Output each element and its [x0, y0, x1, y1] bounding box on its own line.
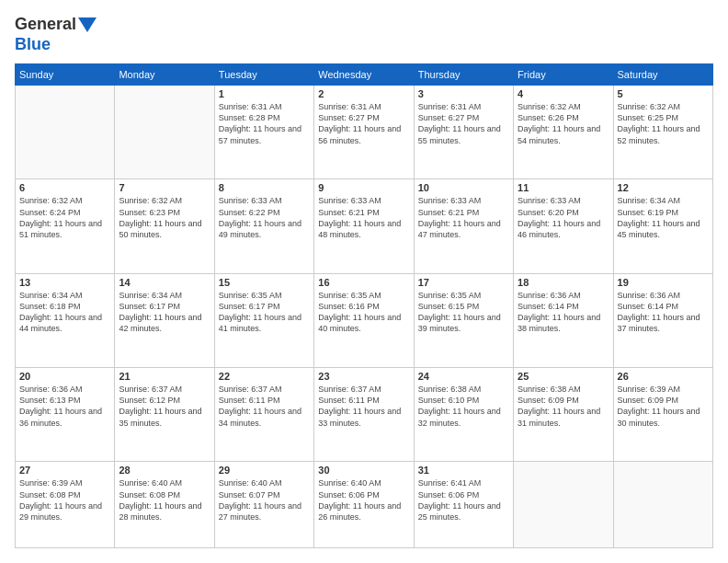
day-number: 27 — [19, 465, 110, 476]
calendar-cell: 6Sunrise: 6:32 AM Sunset: 6:24 PM Daylig… — [16, 179, 115, 273]
day-info: Sunrise: 6:31 AM Sunset: 6:27 PM Dayligh… — [418, 101, 509, 146]
day-info: Sunrise: 6:33 AM Sunset: 6:22 PM Dayligh… — [219, 195, 310, 240]
day-info: Sunrise: 6:32 AM Sunset: 6:23 PM Dayligh… — [119, 195, 210, 240]
day-of-week-header: Monday — [115, 64, 214, 86]
day-number: 23 — [318, 371, 409, 382]
calendar-week-row: 1Sunrise: 6:31 AM Sunset: 6:28 PM Daylig… — [16, 86, 713, 179]
day-info: Sunrise: 6:40 AM Sunset: 6:07 PM Dayligh… — [219, 477, 310, 523]
calendar-table: SundayMondayTuesdayWednesdayThursdayFrid… — [15, 63, 713, 548]
day-number: 5 — [618, 88, 709, 99]
day-of-week-header: Thursday — [414, 64, 513, 86]
day-number: 8 — [219, 182, 310, 193]
day-info: Sunrise: 6:39 AM Sunset: 6:08 PM Dayligh… — [19, 477, 110, 523]
calendar-cell — [514, 462, 613, 548]
day-info: Sunrise: 6:40 AM Sunset: 6:08 PM Dayligh… — [119, 477, 210, 523]
day-number: 4 — [518, 88, 609, 99]
day-info: Sunrise: 6:38 AM Sunset: 6:09 PM Dayligh… — [518, 384, 609, 429]
calendar-cell: 30Sunrise: 6:40 AM Sunset: 6:06 PM Dayli… — [314, 462, 414, 548]
day-number: 29 — [219, 465, 310, 476]
logo: General Blue — [15, 15, 97, 54]
day-number: 26 — [618, 371, 709, 382]
day-of-week-header: Wednesday — [314, 64, 414, 86]
day-info: Sunrise: 6:37 AM Sunset: 6:11 PM Dayligh… — [318, 384, 409, 429]
calendar-cell: 11Sunrise: 6:33 AM Sunset: 6:20 PM Dayli… — [514, 179, 613, 273]
calendar-cell: 10Sunrise: 6:33 AM Sunset: 6:21 PM Dayli… — [414, 179, 513, 273]
day-number: 10 — [418, 182, 509, 193]
day-info: Sunrise: 6:35 AM Sunset: 6:15 PM Dayligh… — [418, 290, 509, 335]
day-number: 24 — [418, 371, 509, 382]
day-info: Sunrise: 6:37 AM Sunset: 6:12 PM Dayligh… — [119, 384, 210, 429]
calendar-cell: 26Sunrise: 6:39 AM Sunset: 6:09 PM Dayli… — [613, 368, 712, 462]
calendar-cell: 20Sunrise: 6:36 AM Sunset: 6:13 PM Dayli… — [16, 368, 115, 462]
day-of-week-header: Friday — [514, 64, 613, 86]
calendar-cell: 24Sunrise: 6:38 AM Sunset: 6:10 PM Dayli… — [414, 368, 513, 462]
day-number: 11 — [518, 182, 609, 193]
calendar-cell: 16Sunrise: 6:35 AM Sunset: 6:16 PM Dayli… — [314, 273, 414, 367]
day-number: 12 — [618, 182, 709, 193]
day-info: Sunrise: 6:37 AM Sunset: 6:11 PM Dayligh… — [219, 384, 310, 429]
day-info: Sunrise: 6:33 AM Sunset: 6:21 PM Dayligh… — [418, 195, 509, 240]
calendar-cell: 23Sunrise: 6:37 AM Sunset: 6:11 PM Dayli… — [314, 368, 414, 462]
day-of-week-header: Sunday — [16, 64, 115, 86]
day-number: 31 — [418, 465, 509, 476]
day-info: Sunrise: 6:36 AM Sunset: 6:14 PM Dayligh… — [518, 290, 609, 335]
calendar-cell: 5Sunrise: 6:32 AM Sunset: 6:25 PM Daylig… — [613, 86, 712, 179]
calendar-cell: 15Sunrise: 6:35 AM Sunset: 6:17 PM Dayli… — [214, 273, 313, 367]
calendar-cell — [115, 86, 214, 179]
calendar-cell: 12Sunrise: 6:34 AM Sunset: 6:19 PM Dayli… — [613, 179, 712, 273]
calendar-cell: 29Sunrise: 6:40 AM Sunset: 6:07 PM Dayli… — [214, 462, 313, 548]
day-number: 18 — [518, 277, 609, 288]
day-number: 9 — [318, 182, 409, 193]
page: General Blue SundayMondayTuesdayWednesda… — [0, 0, 728, 563]
calendar-cell: 19Sunrise: 6:36 AM Sunset: 6:14 PM Dayli… — [613, 273, 712, 367]
calendar-header-row: SundayMondayTuesdayWednesdayThursdayFrid… — [16, 64, 713, 86]
calendar-week-row: 20Sunrise: 6:36 AM Sunset: 6:13 PM Dayli… — [16, 368, 713, 462]
calendar-cell: 21Sunrise: 6:37 AM Sunset: 6:12 PM Dayli… — [115, 368, 214, 462]
svg-marker-0 — [78, 17, 97, 32]
calendar-cell: 2Sunrise: 6:31 AM Sunset: 6:27 PM Daylig… — [314, 86, 414, 179]
day-info: Sunrise: 6:34 AM Sunset: 6:19 PM Dayligh… — [618, 195, 709, 240]
calendar-cell: 17Sunrise: 6:35 AM Sunset: 6:15 PM Dayli… — [414, 273, 513, 367]
day-number: 1 — [219, 88, 310, 99]
day-info: Sunrise: 6:31 AM Sunset: 6:28 PM Dayligh… — [219, 101, 310, 146]
day-number: 7 — [119, 182, 210, 193]
calendar-cell: 27Sunrise: 6:39 AM Sunset: 6:08 PM Dayli… — [16, 462, 115, 548]
day-number: 6 — [19, 182, 110, 193]
day-info: Sunrise: 6:32 AM Sunset: 6:26 PM Dayligh… — [518, 101, 609, 146]
day-info: Sunrise: 6:34 AM Sunset: 6:17 PM Dayligh… — [119, 290, 210, 335]
header: General Blue — [15, 15, 713, 54]
calendar-cell — [613, 462, 712, 548]
day-info: Sunrise: 6:33 AM Sunset: 6:20 PM Dayligh… — [518, 195, 609, 240]
calendar-cell — [16, 86, 115, 179]
day-info: Sunrise: 6:35 AM Sunset: 6:17 PM Dayligh… — [219, 290, 310, 335]
day-of-week-header: Saturday — [613, 64, 712, 86]
day-number: 22 — [219, 371, 310, 382]
day-number: 17 — [418, 277, 509, 288]
calendar-cell: 4Sunrise: 6:32 AM Sunset: 6:26 PM Daylig… — [514, 86, 613, 179]
calendar-cell: 25Sunrise: 6:38 AM Sunset: 6:09 PM Dayli… — [514, 368, 613, 462]
day-number: 28 — [119, 465, 210, 476]
day-info: Sunrise: 6:40 AM Sunset: 6:06 PM Dayligh… — [318, 477, 409, 523]
calendar-cell: 18Sunrise: 6:36 AM Sunset: 6:14 PM Dayli… — [514, 273, 613, 367]
calendar-week-row: 27Sunrise: 6:39 AM Sunset: 6:08 PM Dayli… — [16, 462, 713, 548]
calendar-cell: 8Sunrise: 6:33 AM Sunset: 6:22 PM Daylig… — [214, 179, 313, 273]
day-info: Sunrise: 6:38 AM Sunset: 6:10 PM Dayligh… — [418, 384, 509, 429]
day-number: 16 — [318, 277, 409, 288]
calendar-week-row: 6Sunrise: 6:32 AM Sunset: 6:24 PM Daylig… — [16, 179, 713, 273]
calendar-cell: 28Sunrise: 6:40 AM Sunset: 6:08 PM Dayli… — [115, 462, 214, 548]
logo-text: General Blue — [15, 15, 97, 54]
day-info: Sunrise: 6:39 AM Sunset: 6:09 PM Dayligh… — [618, 384, 709, 429]
day-info: Sunrise: 6:36 AM Sunset: 6:13 PM Dayligh… — [19, 384, 110, 429]
calendar-cell: 1Sunrise: 6:31 AM Sunset: 6:28 PM Daylig… — [214, 86, 313, 179]
day-info: Sunrise: 6:32 AM Sunset: 6:24 PM Dayligh… — [19, 195, 110, 240]
day-number: 19 — [618, 277, 709, 288]
day-info: Sunrise: 6:36 AM Sunset: 6:14 PM Dayligh… — [618, 290, 709, 335]
day-info: Sunrise: 6:35 AM Sunset: 6:16 PM Dayligh… — [318, 290, 409, 335]
calendar-cell: 31Sunrise: 6:41 AM Sunset: 6:06 PM Dayli… — [414, 462, 513, 548]
calendar-cell: 22Sunrise: 6:37 AM Sunset: 6:11 PM Dayli… — [214, 368, 313, 462]
day-number: 30 — [318, 465, 409, 476]
day-info: Sunrise: 6:34 AM Sunset: 6:18 PM Dayligh… — [19, 290, 110, 335]
day-info: Sunrise: 6:33 AM Sunset: 6:21 PM Dayligh… — [318, 195, 409, 240]
day-number: 14 — [119, 277, 210, 288]
day-number: 21 — [119, 371, 210, 382]
